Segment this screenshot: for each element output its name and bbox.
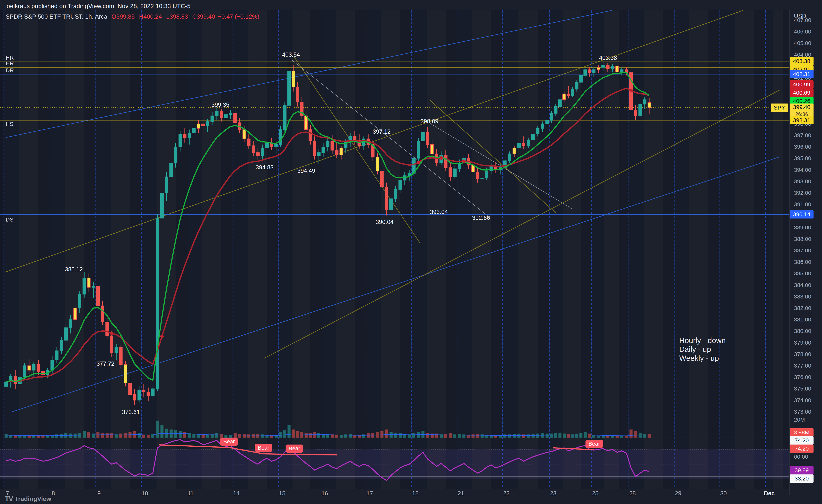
- price-label: 33.20: [790, 474, 814, 483]
- level-tag-hs: HS: [6, 121, 14, 127]
- price-label: 402.31: [790, 70, 814, 78]
- legend-low: L398.83: [166, 13, 188, 20]
- legend-high: H400.24: [139, 13, 162, 20]
- symbol-legend[interactable]: SPDR S&P 500 ETF TRUST, 1h, Arca O399.85…: [6, 13, 259, 20]
- trend-note: Hourly - down Daily - up Weekly - up: [679, 336, 726, 363]
- tradingview-logo-icon: TV: [5, 495, 13, 503]
- price-axis-tick: 382.00: [794, 305, 820, 311]
- time-axis-tick: 18: [412, 490, 419, 497]
- price-label: 398.31: [790, 116, 814, 124]
- price-axis-tick: 20M: [794, 416, 820, 423]
- price-callout: 385.12: [65, 266, 83, 273]
- price-callout: 373.61: [122, 409, 140, 416]
- price-callout: 390.04: [376, 219, 394, 225]
- time-axis-tick: 25: [592, 490, 598, 497]
- time-axis-tick: 14: [233, 490, 240, 497]
- price-axis-tick: 375.00: [794, 385, 820, 392]
- time-axis-tick: 16: [322, 490, 328, 497]
- price-callout: 377.72: [97, 360, 114, 367]
- bear-divergence-label: Bear: [255, 444, 272, 452]
- time-axis-tick: 9: [97, 490, 101, 497]
- price-axis-tick: 389.00: [794, 224, 820, 231]
- level-tag-ds: DS: [6, 216, 14, 223]
- price-callout: 403.38: [599, 55, 617, 61]
- time-axis-tick: 29: [675, 490, 681, 497]
- price-axis-tick: 396.00: [794, 144, 820, 150]
- price-axis-tick: 384.00: [794, 282, 820, 288]
- time-axis-tick: 21: [458, 490, 464, 497]
- price-callout: 393.04: [430, 209, 448, 215]
- price-axis-tick: 60.00: [794, 454, 820, 460]
- time-axis-tick: 10: [142, 490, 148, 497]
- price-axis-tick: 405.00: [794, 40, 820, 46]
- time-axis-tick: 11: [187, 490, 193, 497]
- price-axis-border: [789, 10, 790, 495]
- price-axis-tick: 392.00: [794, 190, 820, 196]
- price-axis-tick: 391.00: [794, 201, 820, 208]
- price-axis-tick: 388.00: [794, 236, 820, 242]
- price-axis-tick: 383.00: [794, 293, 820, 300]
- price-axis-tick: 381.00: [794, 316, 820, 323]
- pane-divider[interactable]: [0, 415, 789, 415]
- time-axis-tick: 17: [367, 490, 373, 497]
- time-axis-tick: Dec: [764, 490, 775, 497]
- price-label: 74.20: [790, 445, 814, 453]
- legend-change: −0.47 (−0.12%): [218, 13, 259, 20]
- price-axis-tick: 379.00: [794, 340, 820, 346]
- price-axis-tick: 406.00: [794, 28, 820, 35]
- price-callout: 394.83: [256, 164, 274, 171]
- legend-open: O399.85: [111, 13, 135, 20]
- level-tag-hr: HR: [6, 60, 14, 67]
- price-axis-tick: 386.00: [794, 259, 820, 265]
- time-axis-tick: 22: [503, 490, 509, 497]
- bear-divergence-label: Bear: [220, 438, 238, 446]
- price-callout: 399.35: [212, 101, 230, 108]
- level-tag-hr: HR: [6, 55, 14, 61]
- note-hourly: Hourly - down: [679, 336, 726, 345]
- price-axis-tick: 373.00: [794, 409, 820, 415]
- chart-canvas[interactable]: [0, 0, 822, 504]
- price-axis-tick: 380.00: [794, 328, 820, 334]
- legend-title: SPDR S&P 500 ETF TRUST, 1h, Arca: [6, 13, 107, 20]
- pane-divider[interactable]: [0, 438, 789, 438]
- price-callout: 403.54: [282, 51, 300, 58]
- note-daily: Daily - up: [679, 345, 726, 354]
- time-axis-tick: 28: [629, 490, 636, 497]
- price-callout: 394.49: [298, 167, 315, 174]
- pane-divider[interactable]: [0, 489, 789, 489]
- tradingview-logo-text: TradingView: [15, 495, 51, 502]
- symbol-tag: SPY: [771, 104, 788, 112]
- price-axis-tick: 385.00: [794, 270, 820, 277]
- price-callout: 397.12: [373, 128, 391, 135]
- price-axis-tick: 397.00: [794, 132, 820, 139]
- tradingview-published-chart: joelkraus published on TradingView.com, …: [0, 0, 822, 504]
- price-axis-tick: 395.00: [794, 155, 820, 161]
- price-label: 3.88M: [790, 428, 814, 437]
- price-callout: 392.66: [472, 215, 490, 221]
- price-axis-tick: 377.00: [794, 362, 820, 369]
- price-axis-tick: 376.00: [794, 374, 820, 380]
- legend-close: C399.40: [192, 13, 215, 20]
- tradingview-logo[interactable]: TV TradingView: [5, 495, 51, 503]
- time-axis-tick: 8: [52, 490, 55, 497]
- time-axis-tick: 30: [720, 490, 727, 497]
- price-label: 403.38: [790, 57, 814, 65]
- note-weekly: Weekly - up: [679, 354, 726, 363]
- price-axis-tick: 393.00: [794, 178, 820, 185]
- level-tag-dr: DR: [6, 67, 14, 74]
- price-label: 390.14: [790, 210, 814, 219]
- price-axis-tick: 407.00: [794, 17, 820, 23]
- price-label: 400.99: [790, 80, 814, 89]
- price-axis-tick: 387.00: [794, 247, 820, 254]
- price-axis-tick: 374.00: [794, 397, 820, 404]
- time-axis-tick: 15: [279, 490, 285, 497]
- time-axis-tick: 23: [550, 490, 556, 497]
- price-axis-tick: 378.00: [794, 351, 820, 357]
- price-label: 400.69: [790, 89, 814, 97]
- price-axis-tick: 394.00: [794, 167, 820, 173]
- bear-divergence-label: Bear: [585, 440, 603, 448]
- price-label: 39.89: [790, 466, 814, 474]
- price-label: 74.20: [790, 436, 814, 445]
- bear-divergence-label: Bear: [286, 445, 303, 453]
- price-callout: 398.09: [421, 118, 438, 125]
